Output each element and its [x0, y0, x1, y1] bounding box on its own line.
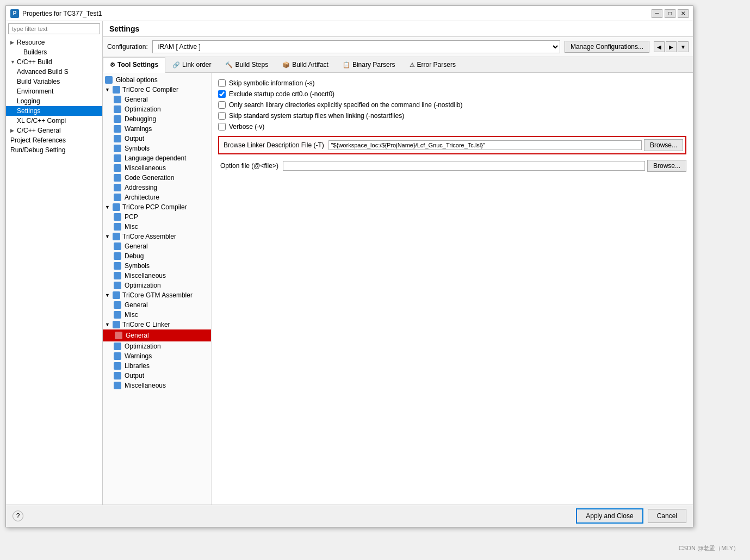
expand-arrow: ▼: [105, 322, 111, 327]
manage-configurations-button[interactable]: Manage Configurations...: [565, 41, 649, 53]
sidebar-item-settings[interactable]: Settings: [6, 106, 102, 116]
stree-asm-general[interactable]: General: [103, 241, 211, 251]
stree-label: Miscellaneous: [125, 164, 166, 172]
stree-linker-misc[interactable]: Miscellaneous: [103, 381, 211, 390]
stree-linker-output[interactable]: Output: [103, 371, 211, 381]
stree-asm-symbols[interactable]: Symbols: [103, 261, 211, 271]
tool-icon: [114, 362, 121, 370]
tool-icon: [114, 154, 121, 162]
stree-label: Miscellaneous: [125, 272, 166, 279]
stree-tricore-c-compiler[interactable]: ▼ TriCore C Compiler: [103, 85, 211, 95]
tool-icon: [114, 184, 121, 191]
only-search-checkbox[interactable]: [218, 101, 226, 109]
expand-arrow-cpp-general: ▶: [10, 128, 17, 133]
sidebar-item-advanced-build[interactable]: Advanced Build S: [6, 67, 102, 77]
sidebar-item-resource[interactable]: ▶ Resource: [6, 38, 102, 47]
forward-button[interactable]: ▶: [666, 41, 677, 52]
apply-close-button[interactable]: Apply and Close: [576, 508, 643, 524]
sidebar-item-cpp-general[interactable]: ▶ C/C++ General: [6, 126, 102, 135]
sidebar-item-project-refs[interactable]: Project References: [6, 135, 102, 145]
checkbox-exclude-startup: Exclude startup code crt0.o (-nocrt0): [218, 90, 686, 98]
verbose-checkbox[interactable]: [218, 123, 226, 130]
tool-icon: [113, 291, 120, 299]
stree-label: Debug: [125, 252, 144, 260]
tab-binary-parsers[interactable]: 📋 Binary Parsers: [336, 57, 402, 72]
option-file-browse-button[interactable]: Browse...: [647, 160, 686, 172]
tab-tool-settings[interactable]: ⚙ Tool Settings: [103, 57, 165, 73]
tab-label: Link order: [182, 61, 211, 69]
stree-asm-misc[interactable]: Miscellaneous: [103, 271, 211, 281]
watermark: CSDN @老孟（MLY）: [679, 544, 739, 552]
stree-pcp-pcp[interactable]: PCP: [103, 212, 211, 222]
stree-asm-optimization[interactable]: Optimization: [103, 281, 211, 290]
sidebar-item-label: XL C/C++ Compi: [17, 117, 66, 125]
sidebar-item-label: C/C++ Build: [17, 58, 52, 66]
sidebar-item-cpp-build[interactable]: ▼ C/C++ Build: [6, 57, 102, 67]
stree-cc-architecture[interactable]: Architecture: [103, 192, 211, 202]
skip-standard-checkbox[interactable]: [218, 112, 226, 120]
tab-build-artifact[interactable]: 📦 Build Artifact: [275, 57, 336, 72]
stree-tricore-c-linker[interactable]: ▼ TriCore C Linker: [103, 320, 211, 329]
close-button[interactable]: ✕: [678, 9, 689, 18]
minimize-button[interactable]: ─: [652, 9, 662, 18]
stree-cc-output[interactable]: Output: [103, 134, 211, 144]
config-label: Configuration:: [107, 43, 148, 51]
stree-linker-warnings[interactable]: Warnings: [103, 351, 211, 361]
tool-icon: [115, 332, 122, 339]
stree-gtm-general[interactable]: General: [103, 300, 211, 310]
configuration-select[interactable]: iRAM [ Active ]: [152, 40, 560, 53]
stree-label: General: [125, 96, 148, 103]
linker-description-browse-button[interactable]: Browse...: [644, 139, 683, 151]
maximize-button[interactable]: □: [665, 9, 675, 18]
tab-build-steps[interactable]: 🔨 Build Steps: [218, 57, 275, 72]
stree-tricore-assembler[interactable]: ▼ TriCore Assembler: [103, 232, 211, 241]
left-navigation-panel: ▶ Resource Builders ▼ C/C++ Build Advanc…: [6, 21, 103, 505]
tool-icon: [114, 352, 121, 360]
linker-description-label: Browse Linker Description File (-T): [221, 141, 326, 149]
stree-linker-libraries[interactable]: Libraries: [103, 361, 211, 371]
back-button[interactable]: ◀: [654, 41, 665, 52]
skip-symbolic-checkbox[interactable]: [218, 79, 226, 87]
stree-cc-optimization[interactable]: Optimization: [103, 104, 211, 114]
stree-cc-general[interactable]: General: [103, 95, 211, 104]
tab-error-parsers[interactable]: ⚠ Error Parsers: [402, 57, 463, 72]
sidebar-item-logging[interactable]: Logging: [6, 96, 102, 106]
filter-input[interactable]: [8, 23, 100, 34]
stree-cc-warnings[interactable]: Warnings: [103, 124, 211, 134]
tool-icon: [114, 223, 121, 231]
stree-cc-language[interactable]: Language dependent: [103, 153, 211, 163]
settings-content: Skip symbolic information (-s) Exclude s…: [212, 73, 693, 505]
stree-cc-symbols[interactable]: Symbols: [103, 144, 211, 153]
help-button[interactable]: ?: [13, 511, 23, 521]
tool-icon: [114, 262, 121, 270]
sidebar-item-build-variables[interactable]: Build Variables: [6, 77, 102, 86]
verbose-label: Verbose (-v): [229, 123, 264, 130]
stree-gtm-misc[interactable]: Misc: [103, 310, 211, 320]
stree-global-options[interactable]: Global options: [103, 75, 211, 85]
option-file-input[interactable]: [283, 161, 645, 171]
tool-icon: [114, 272, 121, 279]
linker-description-input[interactable]: [328, 140, 642, 150]
stree-linker-general[interactable]: General: [103, 329, 211, 341]
stree-cc-addressing[interactable]: Addressing: [103, 183, 211, 192]
stree-cc-debugging[interactable]: Debugging: [103, 114, 211, 124]
sidebar-item-run-debug[interactable]: Run/Debug Setting: [6, 145, 102, 155]
sidebar-item-environment[interactable]: Environment: [6, 86, 102, 96]
sidebar-item-label: Advanced Build S: [17, 68, 69, 76]
cancel-button[interactable]: Cancel: [648, 509, 686, 523]
dropdown-button[interactable]: ▼: [678, 41, 689, 52]
tab-link-order[interactable]: 🔗 Link order: [165, 57, 218, 72]
tool-icon: [113, 233, 120, 240]
stree-cc-misc[interactable]: Miscellaneous: [103, 163, 211, 173]
sidebar-item-label: Run/Debug Setting: [10, 146, 65, 154]
stree-tricore-pcp[interactable]: ▼ TriCore PCP Compiler: [103, 202, 211, 212]
sidebar-item-builders[interactable]: Builders: [6, 47, 102, 57]
tool-icon: [114, 145, 121, 152]
stree-cc-codegen[interactable]: Code Generation: [103, 173, 211, 183]
stree-asm-debug[interactable]: Debug: [103, 251, 211, 261]
stree-pcp-misc[interactable]: Misc: [103, 222, 211, 232]
stree-tricore-gtm[interactable]: ▼ TriCore GTM Assembler: [103, 290, 211, 300]
sidebar-item-xl-cpp[interactable]: XL C/C++ Compi: [6, 116, 102, 126]
stree-linker-optimization[interactable]: Optimization: [103, 341, 211, 351]
exclude-startup-checkbox[interactable]: [218, 90, 226, 98]
